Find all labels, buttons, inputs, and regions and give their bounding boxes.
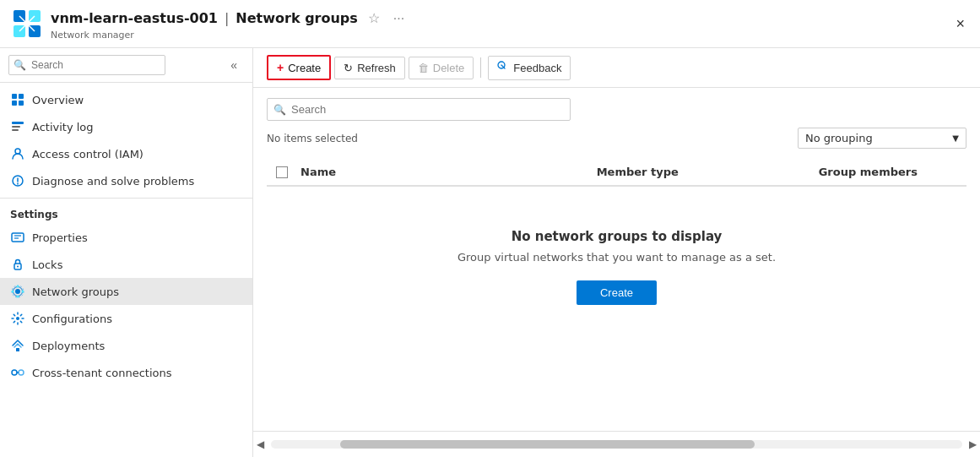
app-icon	[12, 8, 42, 39]
scroll-right-button[interactable]: ▶	[966, 435, 980, 454]
svg-point-26	[17, 296, 19, 298]
resource-subtitle: Network manager	[51, 30, 408, 41]
horizontal-scrollbar: ◀ ▶	[253, 431, 980, 457]
empty-create-button[interactable]: Create	[577, 280, 657, 305]
svg-rect-9	[19, 101, 24, 106]
sidebar-item-cross-tenant[interactable]: Cross-tenant connections	[0, 359, 252, 386]
sidebar-item-configurations[interactable]: Configurations	[0, 305, 252, 332]
refresh-button[interactable]: ↻ Refresh	[334, 57, 405, 79]
scroll-track[interactable]	[271, 440, 962, 449]
sidebar-item-network-groups[interactable]: Network groups	[0, 278, 252, 305]
properties-icon	[10, 230, 25, 245]
sidebar-collapse-button[interactable]: «	[224, 55, 244, 75]
col-group-members: Group members	[819, 166, 966, 178]
sidebar-search-input[interactable]	[8, 55, 165, 75]
sidebar-overview-label: Overview	[32, 94, 84, 106]
sidebar-cross-tenant-label: Cross-tenant connections	[32, 367, 172, 379]
feedback-label: Feedback	[513, 62, 561, 74]
svg-point-13	[15, 149, 20, 154]
sidebar-item-activity-log[interactable]: Activity log	[0, 113, 252, 140]
refresh-icon: ↻	[344, 62, 353, 74]
sidebar-item-diagnose[interactable]: Diagnose and solve problems	[0, 167, 252, 194]
sidebar-properties-label: Properties	[32, 231, 88, 244]
title-separator: |	[225, 10, 229, 26]
sidebar-config-label: Configurations	[32, 313, 112, 325]
sidebar-deployments-label: Deployments	[32, 340, 105, 352]
svg-point-20	[15, 289, 20, 294]
header-checkbox[interactable]	[276, 166, 288, 178]
svg-rect-10	[12, 122, 24, 124]
network-groups-icon	[10, 284, 25, 299]
search-icon: 🔍	[14, 59, 26, 71]
iam-icon	[10, 146, 25, 161]
more-options-icon[interactable]: ···	[390, 8, 408, 30]
create-button[interactable]: + Create	[267, 55, 331, 80]
sidebar-activity-label: Activity log	[32, 121, 94, 133]
deploy-icon	[10, 338, 25, 353]
svg-point-23	[17, 286, 19, 288]
sidebar-search-bar: 🔍 «	[0, 48, 252, 83]
close-button[interactable]: ×	[952, 12, 968, 36]
svg-rect-28	[16, 348, 19, 351]
overview-icon	[10, 92, 25, 107]
diagnose-icon	[10, 173, 25, 188]
content-search-icon: 🔍	[273, 104, 286, 116]
create-label: Create	[288, 62, 321, 74]
empty-subtitle: Group virtual networks that you want to …	[458, 251, 776, 264]
scroll-left-button[interactable]: ◀	[253, 435, 268, 454]
table-header: Name Member type Group members	[267, 159, 966, 187]
title-bar: vnm-learn-eastus-001 | Network groups ☆ …	[0, 0, 980, 48]
scroll-thumb	[340, 440, 755, 449]
svg-point-19	[17, 266, 19, 268]
sidebar-network-groups-label: Network groups	[32, 286, 119, 298]
svg-point-29	[12, 370, 17, 375]
svg-rect-11	[12, 126, 20, 128]
content-search: 🔍	[267, 98, 966, 121]
sidebar-nav: Overview Activity log Access control (IA…	[0, 83, 252, 457]
col-member-type: Member type	[597, 166, 819, 178]
delete-button[interactable]: 🗑 Delete	[409, 57, 474, 79]
no-items-text: No items selected	[267, 133, 358, 144]
config-icon	[10, 311, 25, 326]
empty-state: No network groups to display Group virtu…	[267, 187, 966, 347]
sidebar-iam-label: Access control (IAM)	[32, 148, 143, 160]
svg-point-27	[16, 317, 19, 320]
locks-icon	[10, 257, 25, 272]
sidebar-diagnose-label: Diagnose and solve problems	[32, 175, 194, 188]
activity-log-icon	[10, 119, 25, 134]
svg-point-24	[22, 291, 24, 293]
col-name: Name	[297, 166, 597, 178]
feedback-button[interactable]: Feedback	[488, 56, 571, 80]
svg-rect-12	[12, 129, 19, 131]
svg-rect-7	[19, 94, 24, 99]
delete-label: Delete	[433, 62, 465, 74]
svg-rect-6	[12, 94, 17, 99]
main-content: + Create ↻ Refresh 🗑 Delete Feedback	[253, 48, 980, 457]
sidebar: 🔍 « Overview Activity	[0, 48, 253, 457]
svg-rect-8	[12, 101, 17, 106]
content-area: 🔍 No items selected No grouping ▼	[253, 88, 980, 431]
content-search-input[interactable]	[267, 98, 571, 121]
title-main: vnm-learn-eastus-001 | Network groups ☆ …	[51, 7, 408, 30]
chevron-down-icon: ▼	[952, 133, 959, 143]
grouping-dropdown[interactable]: No grouping ▼	[798, 128, 966, 149]
settings-section-label: Settings	[0, 198, 252, 224]
favorite-icon[interactable]: ☆	[365, 7, 383, 30]
sidebar-item-locks[interactable]: Locks	[0, 251, 252, 278]
sidebar-item-deployments[interactable]: Deployments	[0, 332, 252, 359]
empty-title: No network groups to display	[512, 229, 723, 244]
delete-icon: 🗑	[418, 62, 429, 74]
sidebar-item-access-control[interactable]: Access control (IAM)	[0, 140, 252, 167]
svg-point-30	[19, 370, 24, 375]
sidebar-item-properties[interactable]: Properties	[0, 224, 252, 251]
status-row: No items selected No grouping ▼	[267, 128, 966, 149]
sidebar-item-overview[interactable]: Overview	[0, 86, 252, 113]
resource-name: vnm-learn-eastus-001	[51, 10, 218, 26]
resource-type: Network groups	[236, 10, 357, 26]
toolbar-divider	[480, 57, 481, 78]
grouping-label: No grouping	[805, 132, 873, 144]
svg-point-25	[12, 291, 14, 293]
sidebar-locks-label: Locks	[32, 258, 62, 271]
cross-tenant-icon	[10, 365, 25, 380]
refresh-label: Refresh	[357, 62, 396, 74]
